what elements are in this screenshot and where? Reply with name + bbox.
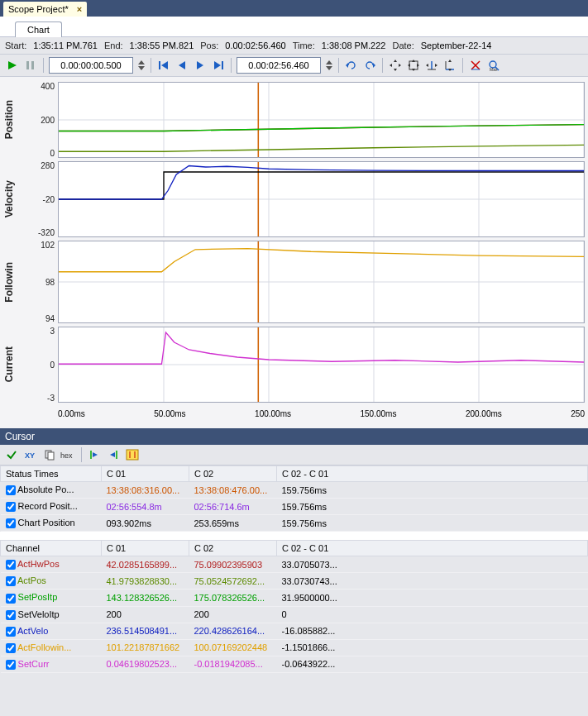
column-header[interactable]: C 02: [189, 466, 277, 482]
cursor-check-button[interactable]: [3, 446, 20, 463]
table-row[interactable]: Absolute Po...13:38:08:316.00...13:38:08…: [1, 482, 588, 499]
table-row[interactable]: SetPosItp143.128326526...175.078326526..…: [1, 590, 588, 606]
svg-marker-11: [326, 60, 332, 64]
c02-value: 75.09902395903: [189, 556, 277, 573]
go-start-button[interactable]: [156, 58, 171, 73]
cursor-left-button[interactable]: [86, 446, 103, 463]
svg-rect-5: [159, 61, 160, 69]
plot-area[interactable]: [58, 241, 585, 323]
redo-button[interactable]: [362, 58, 377, 73]
y-tick: -20: [18, 195, 55, 204]
pos-time-input[interactable]: [237, 57, 321, 74]
column-header[interactable]: Status Times: [1, 466, 102, 482]
date-label: Date:: [392, 41, 414, 50]
x-tick: 150.00ms: [360, 409, 396, 418]
svg-rect-19: [409, 61, 418, 69]
row-checkbox[interactable]: [6, 610, 16, 620]
record-pause-button[interactable]: [23, 58, 38, 73]
row-checkbox[interactable]: [6, 485, 16, 495]
tab-chart[interactable]: Chart: [15, 21, 62, 37]
row-label: ActHwPos: [17, 559, 60, 569]
close-icon[interactable]: ×: [77, 4, 82, 14]
cursor-copy-button[interactable]: [41, 446, 58, 463]
go-end-button[interactable]: [211, 58, 226, 73]
cursor-toolbar: XY hex: [0, 445, 588, 465]
zoom-y-button[interactable]: [442, 58, 457, 73]
column-header[interactable]: C 02 - C 01: [277, 466, 588, 482]
row-checkbox[interactable]: [6, 502, 16, 512]
pan-button[interactable]: [388, 58, 403, 73]
column-header[interactable]: C 02: [189, 541, 277, 556]
svg-marker-73: [110, 452, 115, 457]
zoom-xy-button[interactable]: [406, 58, 421, 73]
zoom-max-button[interactable]: Max: [486, 58, 501, 73]
svg-text:hex: hex: [60, 451, 73, 460]
table-row[interactable]: Chart Position093.902ms253.659ms159.756m…: [1, 515, 588, 532]
row-checkbox[interactable]: [6, 560, 16, 570]
row-checkbox[interactable]: [6, 518, 16, 528]
column-header[interactable]: C 01: [102, 541, 189, 556]
plot-area[interactable]: [58, 82, 585, 158]
table-row[interactable]: SetVeloItp2002000: [1, 606, 588, 623]
y-tick: 400: [18, 82, 55, 91]
svg-rect-68: [48, 452, 54, 460]
pos-time-stepper[interactable]: [325, 59, 333, 72]
column-header[interactable]: C 01: [102, 466, 189, 482]
step-fwd-button[interactable]: [193, 58, 208, 73]
record-start-button[interactable]: [5, 58, 20, 73]
row-checkbox[interactable]: [6, 627, 16, 637]
row-label: ActFollowin...: [17, 642, 71, 652]
record-time-input[interactable]: [49, 57, 133, 74]
table-row[interactable]: Record Posit...02:56:554.8m02:56:714.6m1…: [1, 499, 588, 515]
status-table: Status TimesC 01C 02C 02 - C 01 Absolute…: [0, 465, 588, 532]
table-row[interactable]: SetCurr0.04619802523...-0.0181942085...-…: [1, 656, 588, 672]
table-row[interactable]: ActPos41.9793828830...75.0524572692...33…: [1, 573, 588, 590]
row-checkbox[interactable]: [6, 576, 16, 586]
chart-area: Position4002000Velocity280-20-320Followi…: [0, 77, 588, 428]
c01-value: 0.04619802523...: [102, 656, 189, 672]
svg-marker-27: [435, 64, 437, 67]
table-row[interactable]: ActVelo236.514508491...220.428626164...-…: [1, 623, 588, 639]
channel-table: ChannelC 01C 02C 02 - C 01 ActHwPos42.02…: [0, 540, 588, 673]
c01-value: 101.22187871662: [102, 639, 189, 656]
document-tabs: Scope Project* ×: [0, 0, 588, 17]
y-tick: 200: [18, 116, 55, 125]
document-tab[interactable]: Scope Project* ×: [3, 2, 87, 17]
chart-panel-followin: Followin1029894: [0, 241, 585, 323]
table-row[interactable]: ActHwPos42.0285165899...75.0990239590333…: [1, 556, 588, 573]
c01-value: 093.902ms: [102, 515, 189, 532]
undo-button[interactable]: [344, 58, 359, 73]
cursor-hex-button[interactable]: hex: [60, 446, 77, 463]
svg-marker-9: [214, 61, 221, 69]
record-time-stepper[interactable]: [137, 59, 146, 72]
plot-area[interactable]: [58, 327, 585, 403]
column-header[interactable]: C 02 - C 01: [277, 541, 588, 556]
c02-value: 200: [189, 606, 277, 623]
row-label: SetVeloItp: [18, 609, 60, 619]
x-tick: 200.00ms: [466, 409, 502, 418]
chart-panel-velocity: Velocity280-20-320: [0, 161, 585, 237]
separator: [338, 58, 339, 73]
row-checkbox[interactable]: [6, 660, 16, 670]
separator: [151, 58, 151, 73]
time-value: 1:38:08 PM.222: [322, 41, 386, 50]
diff-value: 159.756ms: [277, 499, 588, 515]
plot-area[interactable]: [58, 161, 585, 237]
table-row[interactable]: ActFollowin...101.22187871662100.0716920…: [1, 639, 588, 656]
step-back-button[interactable]: [174, 58, 189, 73]
clear-zoom-button[interactable]: [468, 58, 483, 73]
zoom-x-button[interactable]: [424, 58, 439, 73]
column-header[interactable]: Channel: [1, 541, 102, 556]
y-tick: 94: [18, 314, 55, 323]
cursor-right-button[interactable]: [105, 446, 122, 463]
separator: [462, 58, 463, 73]
y-ticks: 1029894: [18, 241, 58, 323]
cursor-xy-button[interactable]: XY: [22, 446, 39, 463]
row-checkbox[interactable]: [6, 643, 16, 653]
x-axis: 0.00ms50.00ms100.00ms150.00ms200.00ms250: [0, 406, 585, 423]
row-checkbox[interactable]: [6, 594, 16, 604]
cursor-pair-button[interactable]: [124, 446, 141, 463]
diff-value: 0: [277, 606, 588, 623]
time-label: Time:: [293, 41, 315, 50]
y-tick: 98: [18, 278, 55, 287]
